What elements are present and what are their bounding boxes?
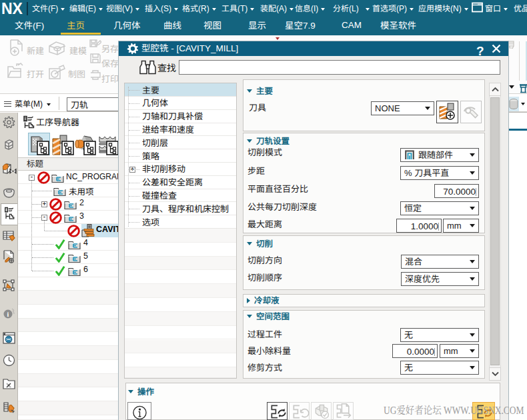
svg-text:i: i (7, 311, 9, 318)
